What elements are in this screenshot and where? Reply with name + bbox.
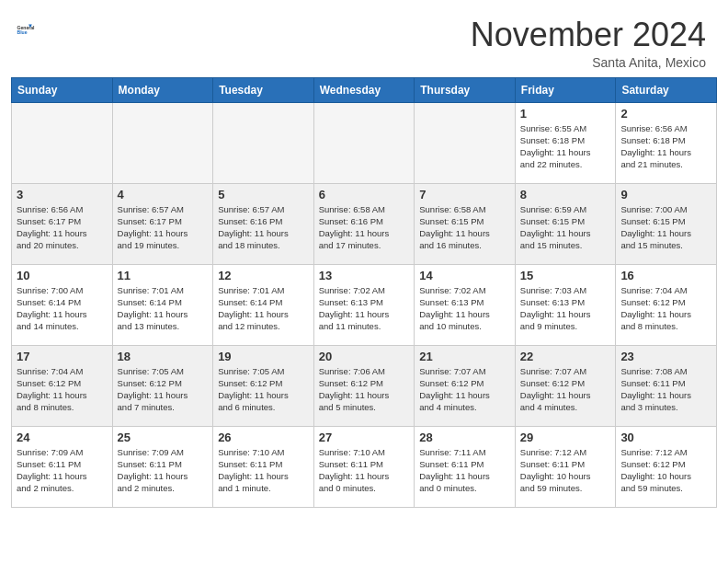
calendar-cell: 7Sunrise: 6:58 AM Sunset: 6:15 PM Daylig… [415,183,516,264]
calendar-cell: 1Sunrise: 6:55 AM Sunset: 6:18 PM Daylig… [515,102,616,183]
week-row-2: 3Sunrise: 6:56 AM Sunset: 6:17 PM Daylig… [12,183,717,264]
day-number: 7 [419,188,510,201]
calendar-cell: 20Sunrise: 7:06 AM Sunset: 6:12 PM Dayli… [313,345,415,426]
day-number: 2 [620,107,711,121]
calendar-table: SundayMondayTuesdayWednesdayThursdayFrid… [11,77,717,508]
cell-info: Sunrise: 7:09 AM Sunset: 6:11 PM Dayligh… [118,446,209,495]
calendar-cell: 30Sunrise: 7:12 AM Sunset: 6:12 PM Dayli… [616,426,717,507]
logo: General Blue [17,17,44,42]
calendar-cell [415,102,516,183]
cell-info: Sunrise: 6:59 AM Sunset: 6:15 PM Dayligh… [520,203,611,252]
weekday-header-thursday: Thursday [415,77,516,102]
cell-info: Sunrise: 7:02 AM Sunset: 6:13 PM Dayligh… [419,284,510,333]
calendar-cell: 9Sunrise: 7:00 AM Sunset: 6:15 PM Daylig… [616,183,717,264]
cell-info: Sunrise: 7:12 AM Sunset: 6:12 PM Dayligh… [620,446,711,495]
cell-info: Sunrise: 7:12 AM Sunset: 6:11 PM Dayligh… [520,446,611,495]
cell-info: Sunrise: 6:56 AM Sunset: 6:17 PM Dayligh… [17,203,108,252]
calendar-cell: 18Sunrise: 7:05 AM Sunset: 6:12 PM Dayli… [112,345,213,426]
calendar-cell: 23Sunrise: 7:08 AM Sunset: 6:11 PM Dayli… [616,345,717,426]
day-number: 14 [419,269,510,282]
cell-info: Sunrise: 7:01 AM Sunset: 6:14 PM Dayligh… [118,284,209,333]
cell-info: Sunrise: 7:05 AM Sunset: 6:12 PM Dayligh… [118,365,209,414]
calendar-cell [112,102,213,183]
calendar-cell: 3Sunrise: 6:56 AM Sunset: 6:17 PM Daylig… [12,183,113,264]
day-number: 24 [17,431,108,444]
day-number: 5 [218,188,309,201]
cell-info: Sunrise: 7:01 AM Sunset: 6:14 PM Dayligh… [218,284,309,333]
calendar-cell: 16Sunrise: 7:04 AM Sunset: 6:12 PM Dayli… [616,264,717,345]
calendar-cell: 29Sunrise: 7:12 AM Sunset: 6:11 PM Dayli… [515,426,616,507]
day-number: 21 [419,350,510,363]
calendar-cell [313,102,415,183]
calendar-cell [12,102,113,183]
day-number: 4 [118,188,209,201]
cell-info: Sunrise: 6:56 AM Sunset: 6:18 PM Dayligh… [620,122,711,171]
cell-info: Sunrise: 6:57 AM Sunset: 6:16 PM Dayligh… [218,203,309,252]
weekday-header-tuesday: Tuesday [213,77,314,102]
week-row-3: 10Sunrise: 7:00 AM Sunset: 6:14 PM Dayli… [12,264,717,345]
page-header: General Blue November 2024 Santa Anita, … [0,0,728,77]
day-number: 9 [620,188,711,201]
calendar-cell: 27Sunrise: 7:10 AM Sunset: 6:11 PM Dayli… [313,426,415,507]
calendar-cell: 21Sunrise: 7:07 AM Sunset: 6:12 PM Dayli… [415,345,516,426]
cell-info: Sunrise: 7:00 AM Sunset: 6:14 PM Dayligh… [17,284,108,333]
day-number: 8 [520,188,611,201]
day-number: 28 [419,431,510,444]
calendar-cell: 6Sunrise: 6:58 AM Sunset: 6:16 PM Daylig… [313,183,415,264]
calendar-container: SundayMondayTuesdayWednesdayThursdayFrid… [0,77,728,519]
calendar-cell: 17Sunrise: 7:04 AM Sunset: 6:12 PM Dayli… [12,345,113,426]
day-number: 25 [118,431,209,444]
day-number: 22 [520,350,611,363]
calendar-cell [213,102,314,183]
calendar-cell: 28Sunrise: 7:11 AM Sunset: 6:11 PM Dayli… [415,426,516,507]
day-number: 3 [17,188,108,201]
weekday-header-row: SundayMondayTuesdayWednesdayThursdayFrid… [12,77,717,102]
calendar-cell: 8Sunrise: 6:59 AM Sunset: 6:15 PM Daylig… [515,183,616,264]
day-number: 1 [520,107,611,121]
weekday-header-saturday: Saturday [616,77,717,102]
weekday-header-friday: Friday [515,77,616,102]
calendar-cell: 22Sunrise: 7:07 AM Sunset: 6:12 PM Dayli… [515,345,616,426]
cell-info: Sunrise: 7:02 AM Sunset: 6:13 PM Dayligh… [319,284,410,333]
cell-info: Sunrise: 6:57 AM Sunset: 6:17 PM Dayligh… [118,203,209,252]
weekday-header-monday: Monday [112,77,213,102]
calendar-cell: 19Sunrise: 7:05 AM Sunset: 6:12 PM Dayli… [213,345,314,426]
day-number: 30 [620,431,711,444]
calendar-cell: 25Sunrise: 7:09 AM Sunset: 6:11 PM Dayli… [112,426,213,507]
calendar-cell: 4Sunrise: 6:57 AM Sunset: 6:17 PM Daylig… [112,183,213,264]
calendar-cell: 15Sunrise: 7:03 AM Sunset: 6:13 PM Dayli… [515,264,616,345]
cell-info: Sunrise: 7:09 AM Sunset: 6:11 PM Dayligh… [17,446,108,495]
day-number: 20 [319,350,410,363]
day-number: 15 [520,269,611,282]
day-number: 16 [620,269,711,282]
calendar-cell: 5Sunrise: 6:57 AM Sunset: 6:16 PM Daylig… [213,183,314,264]
cell-info: Sunrise: 7:11 AM Sunset: 6:11 PM Dayligh… [419,446,510,495]
day-number: 11 [118,269,209,282]
calendar-cell: 10Sunrise: 7:00 AM Sunset: 6:14 PM Dayli… [12,264,113,345]
calendar-cell: 26Sunrise: 7:10 AM Sunset: 6:11 PM Dayli… [213,426,314,507]
calendar-cell: 11Sunrise: 7:01 AM Sunset: 6:14 PM Dayli… [112,264,213,345]
calendar-cell: 24Sunrise: 7:09 AM Sunset: 6:11 PM Dayli… [12,426,113,507]
week-row-1: 1Sunrise: 6:55 AM Sunset: 6:18 PM Daylig… [12,102,717,183]
calendar-cell: 14Sunrise: 7:02 AM Sunset: 6:13 PM Dayli… [415,264,516,345]
cell-info: Sunrise: 6:58 AM Sunset: 6:15 PM Dayligh… [419,203,510,252]
weekday-header-sunday: Sunday [12,77,113,102]
day-number: 18 [118,350,209,363]
day-number: 12 [218,269,309,282]
day-number: 10 [17,269,108,282]
cell-info: Sunrise: 7:00 AM Sunset: 6:15 PM Dayligh… [620,203,711,252]
location: Santa Anita, Mexico [471,55,706,70]
calendar-cell: 2Sunrise: 6:56 AM Sunset: 6:18 PM Daylig… [616,102,717,183]
week-row-4: 17Sunrise: 7:04 AM Sunset: 6:12 PM Dayli… [12,345,717,426]
title-block: November 2024 Santa Anita, Mexico [471,17,706,70]
calendar-cell: 12Sunrise: 7:01 AM Sunset: 6:14 PM Dayli… [213,264,314,345]
cell-info: Sunrise: 7:05 AM Sunset: 6:12 PM Dayligh… [218,365,309,414]
logo-icon: General Blue [17,17,42,42]
cell-info: Sunrise: 6:58 AM Sunset: 6:16 PM Dayligh… [319,203,410,252]
day-number: 13 [319,269,410,282]
cell-info: Sunrise: 7:06 AM Sunset: 6:12 PM Dayligh… [319,365,410,414]
day-number: 26 [218,431,309,444]
week-row-5: 24Sunrise: 7:09 AM Sunset: 6:11 PM Dayli… [12,426,717,507]
cell-info: Sunrise: 7:04 AM Sunset: 6:12 PM Dayligh… [17,365,108,414]
cell-info: Sunrise: 7:10 AM Sunset: 6:11 PM Dayligh… [319,446,410,495]
